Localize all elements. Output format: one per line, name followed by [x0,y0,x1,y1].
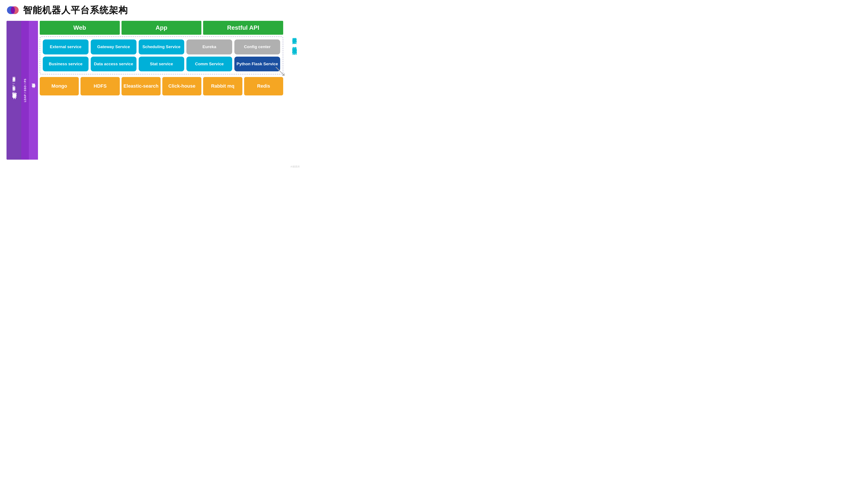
config-center-box: Config center [235,39,280,55]
external-service-box: External service [43,39,89,55]
waijie-system-label: 外接系统 [11,100,17,103]
web-header: Web [40,21,120,35]
svg-point-2 [11,6,15,14]
outer-system-label: 各种PC端对接/各种APP端对接/报表对接/... 外接系统 [6,21,21,160]
rabbitmq-box: Rabbit mq [203,77,242,95]
mongo-box: Mongo [40,77,79,95]
auth-labels: LDAP / SSO / PS 外接认证 [21,21,38,160]
services-row-1: External service Gateway Service Schedul… [43,39,280,55]
right-section: Web App Restful API External service Gat… [38,21,297,160]
watermark: AI素图库 [290,165,300,168]
python-flask-service-box: Python Flask Service [235,57,280,72]
left-labels: 各种PC端对接/各种APP端对接/报表对接/... 外接系统 LDAP / SS… [6,21,38,160]
content-area: Web App Restful API External service Gat… [38,21,283,160]
restful-header: Restful API [203,21,283,35]
stat-service-box: Stat service [139,57,184,72]
header: 智能机器人平台系统架构 [0,0,304,19]
gateway-service-box: Gateway Service [91,39,136,55]
outer-system-text: 各种PC端对接/各种APP端对接/报表对接/... [12,78,16,98]
services-section: External service Gateway Service Schedul… [40,36,283,74]
data-row: Mongo HDFS Eleastic-search Click-house R… [40,77,283,95]
logo-icon [6,4,19,17]
data-access-service-box: Data access service [91,57,136,72]
algorithm-model-label: 算法预测模型 [285,43,297,47]
services-row-2: Business service Data access service Sta… [43,57,280,72]
comm-service-box: Comm Service [186,57,232,72]
hdfs-box: HDFS [81,77,120,95]
main-diagram: 各种PC端对接/各种APP端对接/报表对接/... 外接系统 LDAP / SS… [6,21,297,160]
green-headers: Web App Restful API [40,21,283,35]
page-title: 智能机器人平台系统架构 [23,4,128,16]
microservice-layer-label: 微服务层 [285,34,297,36]
app-header: App [122,21,202,35]
right-labels: 微服务层 算法预测模型 [285,21,297,160]
business-service-box: Business service [43,57,89,72]
eureka-box: Eureka [186,39,232,55]
diagonal-arrow-icon [275,67,285,76]
scheduling-service-box: Scheduling Service [139,39,184,55]
elasticsearch-box: Eleastic-search [122,77,161,95]
ldap-label: LDAP / SSO / PS [21,21,29,160]
clickhouse-box: Click-house [162,77,202,95]
redis-box: Redis [244,77,283,95]
waijie-auth-label: 外接认证 [29,21,38,160]
